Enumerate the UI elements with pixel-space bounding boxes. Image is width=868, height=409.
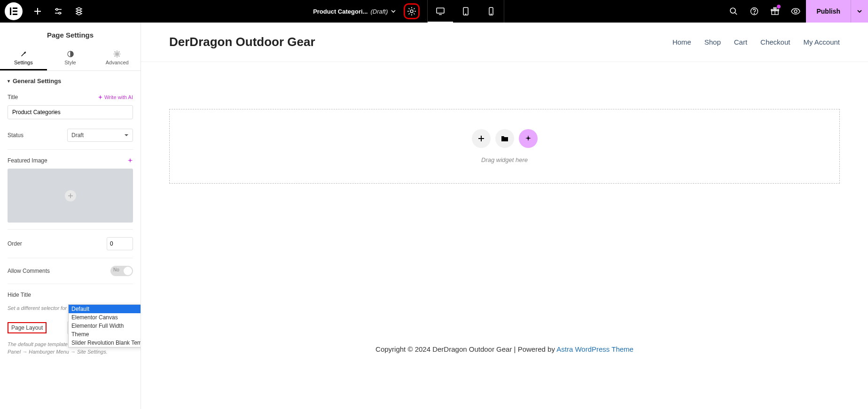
status-label: Status [8, 132, 67, 139]
order-input[interactable] [107, 237, 133, 250]
page-layout-dropdown: Default Elementor Canvas Elementor Full … [68, 304, 141, 347]
drop-text: Drag widget here [170, 156, 839, 163]
allow-comments-label: Allow Comments [8, 268, 110, 274]
tab-advanced[interactable]: Advanced [94, 46, 141, 70]
footer-theme-link[interactable]: Astra WordPress Theme [556, 345, 633, 353]
chevron-down-icon [124, 133, 129, 138]
sparkle-icon [524, 135, 532, 142]
svg-point-26 [116, 53, 118, 55]
svg-rect-11 [437, 8, 444, 13]
svg-rect-1 [13, 8, 17, 9]
preview-button[interactable] [785, 0, 806, 23]
tab-label: Settings [14, 60, 33, 65]
nav-link[interactable]: Cart [734, 38, 747, 46]
site-title: DerDragon Outdoor Gear [169, 35, 315, 49]
mobile-icon [488, 7, 494, 15]
allow-comments-row: Allow Comments No [0, 261, 141, 281]
elementor-logo[interactable] [5, 2, 23, 20]
svg-rect-2 [13, 11, 17, 12]
wrench-icon [20, 50, 27, 58]
finder-search-button[interactable] [723, 0, 744, 23]
site-nav: Home Shop Cart Checkout My Account [673, 38, 840, 46]
publish-button[interactable]: Publish [806, 0, 851, 23]
tab-label: Style [64, 60, 76, 65]
collapse-sidebar-handle[interactable]: ‹ [141, 210, 141, 229]
notification-dot [777, 5, 781, 8]
plus-icon [65, 190, 76, 201]
title-label: Title [8, 94, 98, 100]
featured-image-label: Featured Image [8, 157, 127, 164]
contrast-icon [67, 50, 74, 58]
chevron-down-icon [857, 8, 862, 14]
chevron-down-icon [391, 8, 396, 14]
svg-point-7 [56, 8, 58, 10]
svg-rect-3 [13, 14, 17, 15]
hide-title-label: Hide Title [8, 292, 133, 298]
sparkle-icon[interactable] [127, 158, 133, 163]
title-input[interactable] [8, 105, 133, 119]
help-button[interactable] [744, 0, 765, 23]
desktop-device-button[interactable] [428, 0, 453, 23]
whats-new-button[interactable] [765, 0, 785, 23]
allow-comments-toggle[interactable]: No [110, 266, 133, 276]
publish-options-button[interactable] [851, 0, 868, 23]
svg-line-18 [735, 13, 737, 15]
tablet-icon [462, 7, 469, 15]
svg-point-16 [491, 14, 492, 14]
document-title: Product Categori... [313, 8, 368, 15]
tablet-device-button[interactable] [453, 0, 478, 23]
svg-point-14 [466, 14, 466, 14]
main: Page Settings Settings Style Advanced Ge… [0, 23, 868, 409]
layout-option[interactable]: Theme [69, 330, 141, 339]
responsive-device-group [427, 0, 504, 23]
toggle-knob [124, 267, 132, 275]
nav-link[interactable]: Home [673, 38, 691, 46]
add-section-button[interactable] [472, 129, 491, 148]
status-select[interactable]: Draft [67, 129, 133, 142]
drop-actions [170, 129, 839, 148]
order-label: Order [8, 240, 107, 247]
order-row: Order [0, 232, 141, 255]
topbar-center: Product Categori... (Draft) [89, 0, 723, 23]
svg-point-24 [794, 10, 797, 13]
layout-option[interactable]: Default [69, 305, 141, 313]
panel-tabs: Settings Style Advanced [0, 46, 141, 71]
layout-option[interactable]: Elementor Canvas [69, 313, 141, 322]
add-template-button[interactable] [495, 129, 514, 148]
featured-image-row: Featured Image [0, 153, 141, 169]
desktop-icon [436, 7, 445, 15]
tab-settings[interactable]: Settings [0, 46, 47, 70]
svg-rect-0 [10, 8, 11, 15]
document-title-wrap[interactable]: Product Categori... (Draft) [308, 0, 401, 23]
nav-link[interactable]: Shop [704, 38, 721, 46]
sidebar-title: Page Settings [0, 23, 141, 46]
page-settings-gear-highlighted[interactable] [404, 3, 420, 19]
canvas-preview: DerDragon Outdoor Gear Home Shop Cart Ch… [141, 23, 868, 409]
gear-icon [113, 50, 121, 58]
structure-button[interactable] [69, 0, 89, 23]
hide-title-row: Hide Title [0, 287, 141, 303]
add-button[interactable] [27, 0, 48, 23]
write-with-ai-link[interactable]: Write with AI [98, 94, 133, 100]
site-header: DerDragon Outdoor Gear Home Shop Cart Ch… [141, 23, 868, 62]
folder-icon [501, 135, 508, 142]
section-general-settings[interactable]: General Settings [0, 71, 141, 89]
drop-zone[interactable]: Drag widget here [169, 109, 840, 184]
tab-style[interactable]: Style [47, 46, 94, 70]
nav-link[interactable]: My Account [803, 38, 840, 46]
topbar-left [0, 0, 89, 23]
ai-button[interactable] [519, 129, 538, 148]
mobile-device-button[interactable] [478, 0, 504, 23]
nav-link[interactable]: Checkout [760, 38, 790, 46]
svg-point-17 [730, 8, 735, 13]
plus-icon [477, 135, 485, 142]
title-row: Title Write with AI [0, 89, 141, 105]
featured-image-picker[interactable] [8, 169, 133, 223]
status-row: Status Draft [0, 124, 141, 147]
help-icon [750, 7, 759, 15]
layout-option[interactable]: Elementor Full Width [69, 322, 141, 330]
site-footer: Copyright © 2024 DerDragon Outdoor Gear … [141, 334, 868, 364]
settings-sliders-button[interactable] [48, 0, 69, 23]
layout-option[interactable]: Slider Revolution Blank Template [69, 339, 141, 347]
document-status: (Draft) [370, 8, 388, 15]
